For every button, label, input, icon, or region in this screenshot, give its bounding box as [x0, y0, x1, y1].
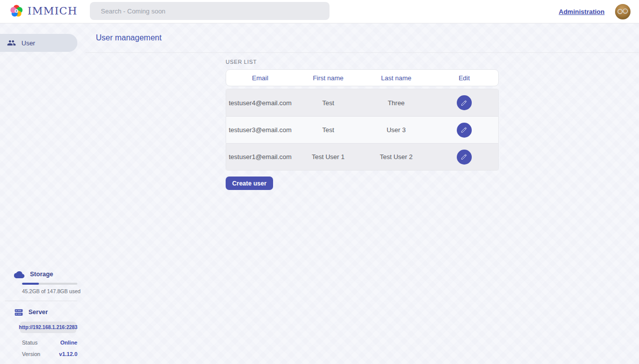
create-user-button[interactable]: Create user	[226, 177, 273, 190]
version-value: v1.12.0	[59, 351, 77, 357]
table-row: testuser3@email.com Test User 3	[226, 116, 498, 143]
storage-title: Storage	[30, 271, 53, 278]
immich-logo[interactable]: IMMICH	[9, 3, 77, 18]
sidebar-footer: Storage 45.2GB of 147.8GB used Server ht…	[0, 269, 85, 358]
top-right-group: Administration	[559, 0, 631, 23]
server-version-row: Version v1.12.0	[22, 350, 77, 358]
pencil-icon	[461, 127, 467, 133]
edit-user-button[interactable]	[457, 150, 472, 165]
cloud-icon	[14, 271, 24, 278]
column-header-first-name: First name	[294, 74, 362, 82]
sidebar-footer-divider	[5, 301, 77, 301]
sidebar-item-user-label: User	[21, 39, 35, 47]
server-section-header: Server	[0, 307, 85, 317]
cell-first-name: Test	[294, 126, 362, 134]
cell-first-name: Test	[294, 99, 362, 107]
cell-first-name: Test User 1	[294, 153, 362, 161]
status-label: Status	[22, 340, 37, 346]
column-header-email: Email	[226, 74, 294, 82]
status-value: Online	[60, 340, 77, 346]
sidebar-item-user[interactable]: User	[0, 34, 77, 52]
version-label: Version	[22, 351, 40, 357]
sidebar: User Storage 45.2GB of 147.8GB used S	[0, 23, 85, 364]
administration-link[interactable]: Administration	[559, 8, 605, 15]
page-title: User management	[96, 33, 162, 42]
storage-usage-text: 45.2GB of 147.8GB used	[22, 288, 85, 294]
pencil-icon	[461, 154, 467, 160]
cell-last-name: Test User 2	[362, 153, 430, 161]
column-header-edit: Edit	[430, 74, 498, 82]
storage-progress-fill	[22, 283, 39, 285]
glasses-icon	[617, 8, 629, 14]
search-bar	[90, 2, 329, 20]
immich-flower-icon	[9, 3, 24, 18]
server-url-chip: http://192.168.1.216:2283	[20, 322, 76, 333]
column-header-last-name: Last name	[362, 74, 430, 82]
server-status-row: Status Online	[22, 339, 77, 347]
edit-user-button[interactable]	[457, 95, 472, 110]
edit-user-button[interactable]	[457, 123, 472, 138]
server-title: Server	[28, 309, 48, 316]
top-bar: IMMICH Administration	[0, 0, 639, 23]
server-icon	[14, 308, 23, 317]
search-input[interactable]	[90, 2, 329, 20]
table-row: testuser4@email.com Test Three	[226, 89, 498, 116]
cell-last-name: Three	[362, 99, 430, 107]
user-avatar[interactable]	[615, 4, 631, 19]
cell-email: testuser3@email.com	[226, 126, 294, 134]
table-body: testuser4@email.com Test Three testuser3…	[226, 89, 499, 171]
pencil-icon	[461, 100, 467, 106]
storage-section-header: Storage	[0, 269, 85, 279]
table-row: testuser1@email.com Test User 1 Test Use…	[226, 143, 498, 170]
cell-email: testuser4@email.com	[226, 99, 294, 107]
user-list-section: USER LIST Email First name Last name Edi…	[226, 59, 499, 190]
table-header: Email First name Last name Edit	[226, 69, 499, 86]
storage-progress-bar	[22, 283, 77, 285]
main-content: User management USER LIST Email First na…	[85, 23, 639, 364]
cell-email: testuser1@email.com	[226, 153, 294, 161]
users-icon	[7, 38, 16, 47]
page-header: User management	[85, 23, 639, 53]
cell-last-name: User 3	[362, 126, 430, 134]
user-list-label: USER LIST	[226, 59, 499, 65]
brand-name: IMMICH	[27, 5, 77, 17]
